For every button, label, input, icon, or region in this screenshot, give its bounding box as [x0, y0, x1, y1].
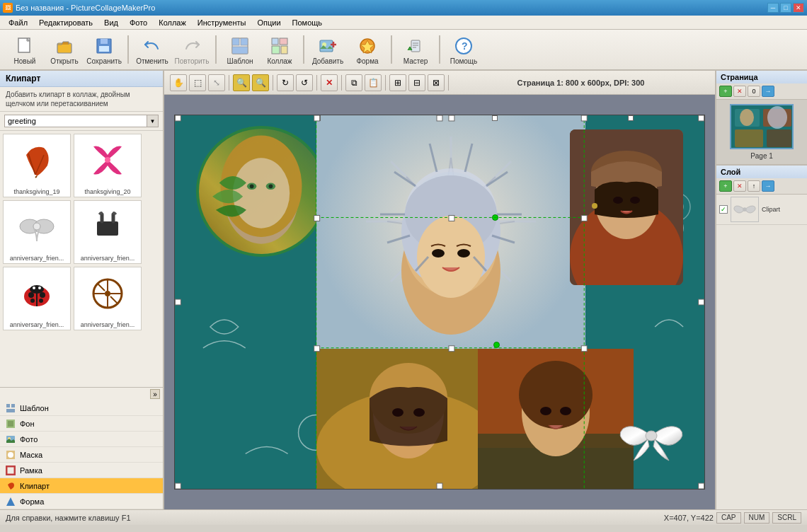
handle-top-r2[interactable]: [628, 115, 634, 121]
shape-icon: [357, 36, 377, 56]
delete-tool[interactable]: ✕: [321, 74, 338, 91]
clipart-item-name: anniversary_frien...: [4, 255, 69, 262]
add-photo-button[interactable]: Добавить: [309, 33, 347, 66]
crop-tool[interactable]: ⤡: [208, 74, 225, 91]
toolbar2-sep6: [448, 75, 449, 91]
svg-point-41: [105, 291, 110, 296]
zoom-fit-tool[interactable]: ⊠: [428, 74, 445, 91]
layer-item-clipart[interactable]: ✓ Clipart: [716, 195, 807, 225]
collage-button[interactable]: Коллаж: [261, 33, 299, 66]
fit-canvas-tool[interactable]: ⊞: [389, 74, 406, 91]
save-button[interactable]: Сохранить: [85, 33, 123, 66]
handle-top-right[interactable]: [699, 115, 704, 121]
save-icon: [94, 36, 114, 56]
page-add-button[interactable]: +: [719, 86, 732, 97]
layer-down-button[interactable]: →: [762, 180, 774, 192]
nav-shape[interactable]: Форма: [0, 494, 163, 509]
clipart-item-anni1[interactable]: anniversary_frien...: [3, 200, 71, 264]
new-button[interactable]: Новый: [6, 33, 44, 66]
page-thumbnail-area: Page 1: [716, 100, 807, 164]
zoom-in-tool[interactable]: 🔍: [233, 74, 250, 91]
nav-expand-icon[interactable]: »: [150, 389, 160, 399]
clipart-hint: Добавить клипарт в коллаж, двойным щелчк…: [0, 87, 163, 112]
clipart-item-thanksgiving20[interactable]: thanksgiving_20: [74, 134, 142, 197]
nav-shape-label: Форма: [20, 497, 44, 506]
clipart-item-anni4[interactable]: anniversary_frien...: [74, 267, 142, 330]
nav-frame[interactable]: Рамка: [0, 463, 163, 478]
canvas-wrapper[interactable]: [164, 95, 715, 509]
template-icon: [230, 36, 250, 56]
rotation-handle-2[interactable]: [493, 342, 500, 348]
menu-edit[interactable]: Редактировать: [33, 17, 98, 28]
maximize-button[interactable]: □: [780, 3, 791, 13]
svg-point-168: [740, 109, 754, 126]
nav-template[interactable]: Шаблон: [0, 400, 163, 416]
layer-visibility-checkbox[interactable]: ✓: [719, 205, 728, 214]
menu-options[interactable]: Опции: [251, 17, 286, 28]
clipart-image: [12, 137, 62, 183]
help-button[interactable]: ? Помощь: [445, 33, 483, 66]
clipart-image: [83, 204, 132, 250]
select-tool[interactable]: ⬚: [189, 74, 206, 91]
clipart-nav-icon: [6, 481, 16, 491]
template-button[interactable]: Шаблон: [221, 33, 259, 66]
handle-top-center[interactable]: [492, 115, 498, 121]
clipart-item-anni2[interactable]: anniversary_frien...: [74, 200, 142, 264]
svg-point-125: [613, 197, 623, 204]
canvas[interactable]: [174, 115, 705, 490]
photo-5[interactable]: [478, 349, 634, 490]
menu-collage[interactable]: Коллаж: [153, 17, 192, 28]
svg-point-171: [743, 207, 747, 212]
open-button[interactable]: Открыть: [45, 33, 84, 66]
menu-tools[interactable]: Инструменты: [192, 17, 252, 28]
photo-2[interactable]: [316, 115, 585, 384]
layer-up-button[interactable]: ↑: [748, 180, 760, 192]
actual-size-tool[interactable]: ⊟: [408, 74, 425, 91]
wizard-button[interactable]: Мастер: [396, 33, 435, 66]
clipart-dropdown-button[interactable]: ▼: [147, 115, 159, 127]
page-delete-button[interactable]: ✕: [733, 86, 746, 97]
clipart-item-anni3[interactable]: anniversary_frien...: [3, 267, 71, 330]
menu-photo[interactable]: Фото: [124, 17, 153, 28]
zoom-out-tool[interactable]: 🔍: [252, 74, 269, 91]
copy-tool[interactable]: ⧉: [345, 74, 362, 91]
nav-mask[interactable]: Маска: [0, 447, 163, 463]
svg-point-38: [33, 287, 35, 289]
menu-help[interactable]: Помощь: [287, 17, 328, 28]
pan-tool[interactable]: ✋: [170, 74, 187, 91]
photo-4[interactable]: [316, 349, 500, 490]
nav-bg-label: Фон: [20, 420, 35, 428]
page-thumbnail[interactable]: [730, 104, 794, 149]
shape-button[interactable]: Форма: [348, 33, 387, 66]
nav-clipart[interactable]: Клипарт: [0, 478, 163, 494]
nav-photo-label: Фото: [20, 435, 38, 444]
menu-view[interactable]: Вид: [98, 17, 124, 28]
rotation-handle[interactable]: [492, 214, 498, 221]
nav-bg[interactable]: Фон: [0, 416, 163, 432]
rotate-cw-tool[interactable]: ↻: [277, 74, 294, 91]
nav-clipart-label: Клипарт: [20, 482, 50, 490]
page-up-button[interactable]: 0: [748, 86, 760, 97]
toolbar-sep-3: [303, 35, 304, 64]
rotate-ccw-tool[interactable]: ↺: [296, 74, 313, 91]
layer-delete-button[interactable]: ✕: [733, 180, 746, 192]
paste-tool[interactable]: 📋: [365, 74, 382, 91]
clipart-search-input[interactable]: [4, 115, 147, 127]
close-button[interactable]: ✕: [793, 3, 804, 13]
undo-button[interactable]: Отменить: [133, 33, 171, 66]
toolbar2-sep2: [273, 75, 273, 91]
clipart-item-thanksgiving19[interactable]: thanksgiving_19: [3, 134, 71, 197]
minimize-button[interactable]: ─: [767, 3, 779, 13]
handle-top-left[interactable]: [315, 115, 321, 121]
toolbar2-sep4: [341, 75, 342, 91]
page-right-button[interactable]: →: [762, 86, 774, 97]
menu-file[interactable]: Файл: [3, 17, 33, 28]
caps-indicator: CAP: [716, 512, 741, 524]
clipart-bow[interactable]: [612, 404, 690, 468]
layer-add-button[interactable]: +: [719, 180, 732, 192]
photo-3[interactable]: [570, 129, 683, 285]
titlebar-controls: ─ □ ✕: [767, 3, 804, 13]
clipart-item-name: thanksgiving_19: [4, 188, 69, 195]
nav-photo[interactable]: Фото: [0, 432, 163, 447]
redo-button[interactable]: Повторить: [173, 33, 211, 66]
